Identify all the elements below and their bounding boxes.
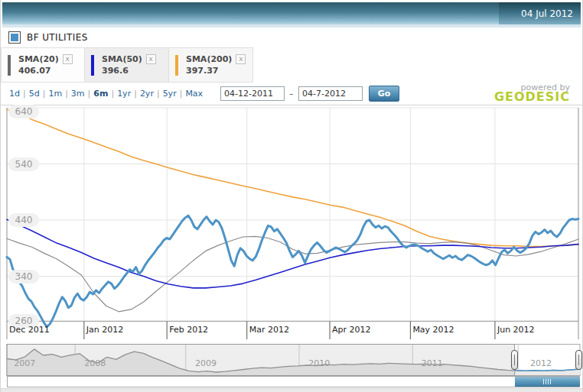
range-separator: | (43, 89, 46, 99)
range-separator: | (65, 89, 68, 99)
navigator-year-label: 2012 (530, 358, 552, 368)
range-link-5d[interactable]: 5d (29, 89, 40, 99)
navigator-year-label: 2009 (195, 358, 217, 368)
series-sma50 (7, 219, 578, 288)
indicator-color-bar (8, 55, 11, 76)
range-link-3m[interactable]: 3m (71, 89, 85, 99)
range-link-6m[interactable]: 6m (93, 89, 108, 99)
symbol-row: BF UTILITIES (1, 28, 582, 47)
symbol-checkbox[interactable] (8, 31, 21, 44)
x-axis-tick: Apr 2012 (332, 325, 371, 335)
symbol-name: BF UTILITIES (27, 32, 88, 43)
range-separator: | (134, 89, 137, 99)
navigator-year-label: 2008 (84, 358, 106, 368)
series-price (7, 215, 578, 327)
range-handle-right[interactable] (575, 350, 582, 370)
indicator-color-bar (175, 55, 178, 76)
range-handle-left[interactable] (511, 350, 518, 370)
y-axis-tick: 640 (8, 105, 39, 118)
range-link-Max[interactable]: Max (185, 89, 203, 99)
range-separator: | (88, 89, 91, 99)
range-link-5yr[interactable]: 5yr (163, 89, 177, 99)
x-axis-tick: Dec 2011 (9, 325, 50, 335)
range-link-1yr[interactable]: 1yr (117, 89, 131, 99)
navigator-scrollbar-thumb[interactable] (515, 377, 580, 387)
indicator-value: 397.37 (186, 66, 248, 76)
indicator-label: SMA(50) (102, 54, 142, 64)
y-axis-tick: 440 (8, 213, 39, 227)
date-range-dash: – (289, 89, 294, 99)
timeline-navigator[interactable]: 200720082009201020112012 (1, 344, 583, 376)
x-axis-tick: May 2012 (412, 325, 454, 335)
go-button[interactable]: Go (369, 86, 399, 102)
y-axis-tick: 340 (8, 270, 39, 283)
x-axis-tick: Mar 2012 (249, 325, 289, 335)
y-axis-tick: 540 (8, 157, 39, 171)
indicator-legend-row: SMA(20)x406.07SMA(50)x396.6SMA(200)x397.… (1, 47, 582, 83)
indicator-value: 396.6 (102, 66, 164, 76)
navigator-year-label: 2011 (422, 358, 443, 368)
indicator-box: SMA(50)x396.6 (85, 47, 169, 83)
stock-chart-widget: 04 Jul 2012 BF UTILITIES SMA(20)x406.07S… (0, 0, 583, 392)
x-axis-tick: Feb 2012 (169, 325, 208, 335)
current-date: 04 Jul 2012 (521, 8, 573, 19)
indicator-label: SMA(20) (18, 54, 59, 64)
main-chart[interactable]: 640540440340260 Dec 2011Jan 2012Feb 2012… (1, 105, 583, 342)
chart-canvas (1, 105, 583, 342)
navigator-year-label: 2010 (308, 358, 330, 368)
indicator-box: SMA(20)x406.07 (1, 47, 85, 83)
range-link-1d[interactable]: 1d (9, 89, 20, 99)
indicator-color-bar (91, 55, 94, 76)
indicator-close-icon[interactable]: x (63, 54, 73, 64)
x-axis-tick: Jun 2012 (497, 325, 535, 335)
powered-by-block: powered by GEODESIC (494, 83, 570, 102)
title-bar-date-section: 04 Jul 2012 (499, 2, 581, 24)
range-separator: | (157, 89, 160, 99)
title-bar: 04 Jul 2012 (2, 2, 581, 24)
indicator-close-icon[interactable]: x (146, 54, 156, 64)
indicator-label: SMA(200) (186, 54, 232, 64)
geodesic-logo: GEODESIC (494, 92, 570, 102)
x-axis-tick: Jan 2012 (86, 325, 123, 335)
range-separator: | (180, 89, 183, 99)
range-separator: | (23, 89, 26, 99)
range-links: 1d|5d|1m|3m|6m|1yr|2yr|5yr|Max (7, 89, 205, 99)
series-sma200 (7, 109, 578, 246)
range-separator: | (111, 89, 114, 99)
from-date-input[interactable] (220, 86, 285, 101)
indicator-box: SMA(200)x397.37 (169, 47, 253, 83)
bottom-edge (1, 388, 582, 392)
range-link-1m[interactable]: 1m (48, 89, 62, 99)
navigator-scrollbar-track[interactable] (7, 376, 580, 387)
range-link-2yr[interactable]: 2yr (140, 89, 154, 99)
indicator-close-icon[interactable]: x (236, 54, 246, 64)
indicator-value: 406.07 (18, 66, 80, 76)
navigator-year-label: 2007 (14, 358, 35, 368)
to-date-input[interactable] (298, 86, 363, 101)
scrollbar-grip-icon (543, 379, 551, 384)
